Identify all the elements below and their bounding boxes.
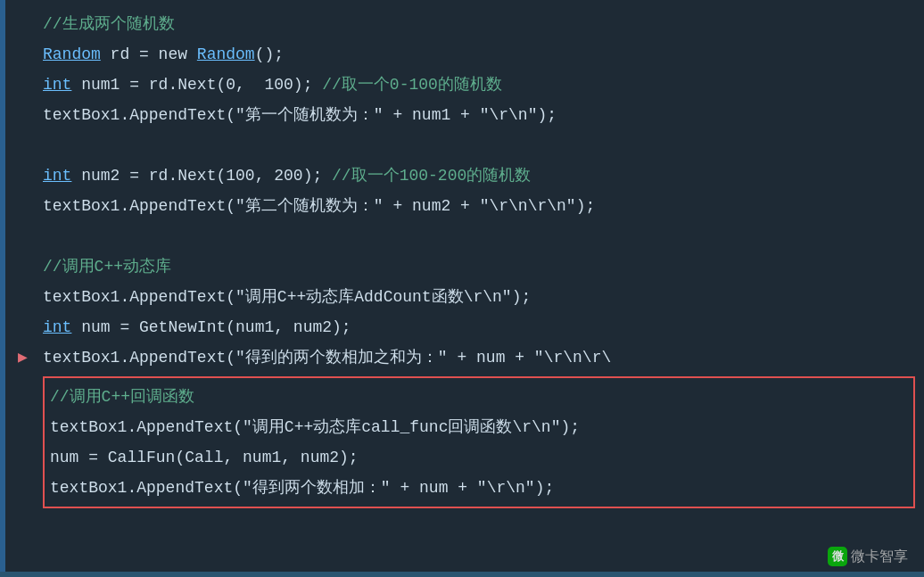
- code-content: //生成两个随机数 Random rd = new Random (); int…: [0, 0, 924, 521]
- code-token: textBox1.AppendText("得到的两个数相加之和为：" + num…: [43, 342, 611, 373]
- code-line: textBox1.AppendText("得到两个数相加：" + num + "…: [50, 473, 908, 503]
- code-token: textBox1.AppendText("第二个随机数为：" + num2 + …: [43, 191, 595, 221]
- code-token: ();: [255, 39, 284, 70]
- watermark: 微 微卡智享: [828, 547, 908, 566]
- keyword-token: int: [43, 312, 71, 342]
- code-token: rd = new: [101, 39, 197, 70]
- code-token: textBox1.AppendText("第一个随机数为：" + num1 + …: [43, 100, 557, 130]
- code-line: //调用C++回调函数: [50, 382, 908, 412]
- code-line: int num = GetNewInt(num1, num2);: [18, 312, 924, 342]
- watermark-text: 微卡智享: [851, 548, 908, 566]
- code-line: textBox1.AppendText("第二个随机数为：" + num2 + …: [18, 191, 924, 221]
- code-editor: //生成两个随机数 Random rd = new Random (); int…: [0, 0, 924, 577]
- keyword-token: int: [43, 70, 71, 100]
- code-line: [18, 221, 924, 251]
- code-line: //调用C++动态库: [18, 251, 924, 282]
- highlight-box: //调用C++回调函数 textBox1.AppendText("调用C++动态…: [43, 376, 915, 508]
- code-line: num = CallFun(Call, num1, num2);: [50, 442, 908, 473]
- code-line: textBox1.AppendText("调用C++动态库call_func回调…: [50, 412, 908, 442]
- comment-token: //生成两个随机数: [43, 9, 175, 39]
- bottom-accent-bar: [0, 572, 924, 577]
- class-token: Random: [43, 39, 101, 70]
- code-token: num = GetNewInt(num1, num2);: [71, 312, 351, 342]
- comment-token: //取一个0-100的随机数: [322, 70, 502, 100]
- code-token: textBox1.AppendText("调用C++动态库call_func回调…: [50, 412, 580, 442]
- watermark-icon: 微: [828, 547, 847, 566]
- code-token: num2 = rd.Next(100, 200);: [71, 161, 332, 191]
- code-token: num = CallFun(Call, num1, num2);: [50, 442, 359, 473]
- code-token: num1 = rd.Next(0, 100);: [71, 70, 322, 100]
- comment-token: //调用C++回调函数: [50, 382, 194, 412]
- code-line: [18, 130, 924, 161]
- code-line: Random rd = new Random ();: [18, 39, 924, 70]
- line-gutter-marker: ▶: [18, 342, 34, 373]
- code-line: int num2 = rd.Next(100, 200); //取一个100-2…: [18, 161, 924, 191]
- keyword-token: int: [43, 161, 71, 191]
- code-token: textBox1.AppendText("调用C++动态库AddCount函数\…: [43, 282, 531, 312]
- code-line: int num1 = rd.Next(0, 100); //取一个0-100的随…: [18, 70, 924, 100]
- code-line: //生成两个随机数: [18, 9, 924, 39]
- comment-token: //取一个100-200的随机数: [332, 161, 531, 191]
- code-line: textBox1.AppendText("第一个随机数为：" + num1 + …: [18, 100, 924, 130]
- class-token: Random: [197, 39, 255, 70]
- code-line: textBox1.AppendText("调用C++动态库AddCount函数\…: [18, 282, 924, 312]
- comment-token: //调用C++动态库: [43, 251, 171, 282]
- code-token: textBox1.AppendText("得到两个数相加：" + num + "…: [50, 473, 554, 503]
- code-line: ▶ textBox1.AppendText("得到的两个数相加之和为：" + n…: [18, 342, 924, 373]
